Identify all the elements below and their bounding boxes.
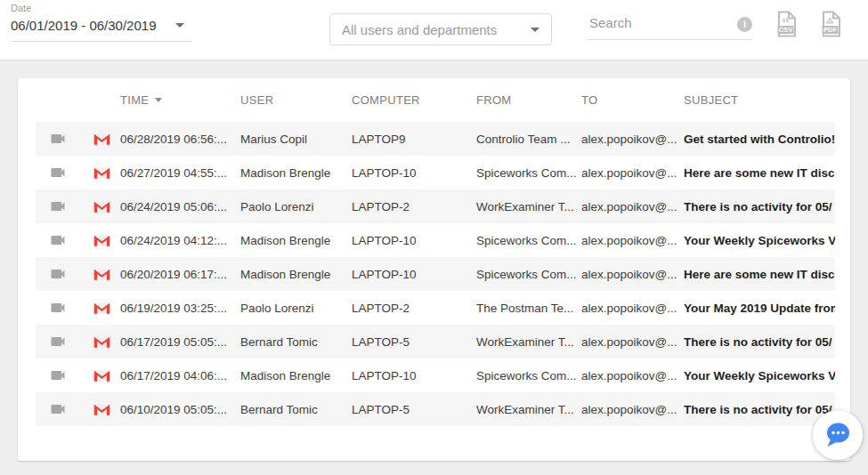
table-row[interactable]: 06/24/2019 04:12:... Madison Brengle LAP… — [36, 223, 835, 257]
gmail-icon — [93, 234, 110, 247]
cell-time: 06/19/2019 03:25:... — [120, 302, 240, 315]
cell-user: Madison Brengle — [240, 268, 352, 281]
cell-subject: Here are some new IT discu — [684, 268, 835, 281]
cell-from: The Postman Te... — [476, 302, 581, 315]
cell-subject: Your May 2019 Update from — [684, 302, 835, 315]
table-row[interactable]: 06/20/2019 06:17:... Madison Brengle LAP… — [36, 257, 835, 291]
cell-computer: LAPTOP9 — [352, 133, 476, 146]
date-range-value: 06/01/2019 - 06/30/2019 — [11, 18, 156, 33]
cell-computer: LAPTOP-2 — [352, 200, 476, 213]
chat-fab-button[interactable] — [813, 410, 863, 460]
gmail-icon — [93, 200, 110, 213]
column-header-user[interactable]: USER — [240, 93, 352, 107]
cell-to: alex.popoikov@... — [581, 133, 684, 146]
cell-time: 06/24/2019 05:06:... — [120, 200, 240, 213]
cell-subject: Your Weekly Spiceworks V — [684, 234, 835, 247]
cell-time: 06/27/2019 04:55:... — [120, 166, 240, 180]
cell-computer: LAPTOP-2 — [352, 302, 476, 315]
cell-to: alex.popoikov@... — [581, 166, 684, 180]
gmail-icon — [93, 369, 110, 382]
date-filter-label: Date — [11, 3, 191, 13]
table-row[interactable]: 06/17/2019 04:06:... Madison Brengle LAP… — [36, 358, 835, 392]
export-csv-button[interactable]: CSV — [776, 11, 798, 37]
export-pdf-button[interactable]: PDF — [821, 11, 842, 37]
table-row[interactable]: 06/24/2019 05:06:... Paolo Lorenzi LAPTO… — [36, 189, 835, 223]
csv-file-icon: CSV — [776, 11, 798, 37]
table-row[interactable]: 06/28/2019 06:56:... Marius Copil LAPTOP… — [36, 122, 835, 156]
gmail-icon — [93, 302, 110, 315]
cell-from: Spiceworks Com... — [476, 369, 581, 382]
search-box: i — [588, 10, 752, 40]
table-row[interactable]: 06/10/2019 05:05:... Bernard Tomic LAPTO… — [36, 392, 835, 426]
email-table: TIME USER COMPUTER FROM TO SUBJECT 06/28… — [36, 78, 835, 426]
cell-user: Madison Brengle — [240, 166, 352, 180]
video-camera-icon — [49, 299, 67, 317]
table-row[interactable]: 06/17/2019 05:05:... Bernard Tomic LAPTO… — [36, 325, 835, 358]
video-camera-icon — [49, 400, 67, 418]
gmail-icon — [93, 268, 110, 281]
cell-subject: Your Weekly Spiceworks V — [684, 369, 835, 382]
column-header-to[interactable]: TO — [581, 93, 684, 107]
gmail-icon — [93, 166, 110, 180]
chat-bubble-icon — [823, 421, 852, 449]
cell-computer: LAPTOP-10 — [352, 268, 476, 281]
cell-user: Paolo Lorenzi — [240, 302, 352, 315]
cell-to: alex.popoikov@... — [581, 335, 684, 349]
users-dropdown-value: All users and departments — [342, 22, 497, 37]
gmail-icon — [93, 133, 110, 146]
cell-from: WorkExaminer T... — [476, 403, 581, 416]
cell-time: 06/17/2019 05:05:... — [120, 335, 240, 349]
cell-time: 06/20/2019 06:17:... — [120, 268, 240, 281]
cell-computer: LAPTOP-10 — [352, 166, 476, 180]
cell-computer: LAPTOP-10 — [352, 234, 476, 247]
column-header-from[interactable]: FROM — [476, 93, 581, 107]
cell-to: alex.popoikov@... — [581, 200, 684, 213]
cell-user: Madison Brengle — [240, 369, 352, 382]
cell-time: 06/10/2019 05:05:... — [120, 403, 240, 416]
cell-from: WorkExaminer T... — [476, 335, 581, 349]
cell-from: WorkExaminer T... — [476, 200, 581, 213]
cell-user: Paolo Lorenzi — [240, 200, 352, 213]
cell-subject: There is no activity for 05/ — [684, 403, 835, 416]
users-departments-dropdown[interactable]: All users and departments — [329, 13, 552, 45]
filter-toolbar: Date 06/01/2019 - 06/30/2019 All users a… — [0, 0, 868, 60]
video-camera-icon — [49, 366, 67, 384]
video-camera-icon — [49, 333, 67, 350]
video-camera-icon — [49, 197, 67, 215]
search-input[interactable] — [588, 10, 752, 40]
cell-user: Marius Copil — [240, 133, 352, 146]
cell-subject: Here are some new IT discu — [684, 166, 835, 180]
column-header-subject[interactable]: SUBJECT — [684, 93, 835, 107]
cell-from: Spiceworks Com... — [476, 268, 581, 281]
table-row[interactable]: 06/27/2019 04:55:... Madison Brengle LAP… — [36, 156, 835, 189]
cell-user: Madison Brengle — [240, 234, 352, 247]
cell-from: Spiceworks Com... — [476, 234, 581, 247]
info-icon[interactable]: i — [737, 17, 752, 32]
cell-to: alex.popoikov@... — [581, 302, 684, 315]
video-camera-icon — [49, 265, 67, 283]
column-header-time[interactable]: TIME — [120, 93, 240, 107]
svg-text:PDF: PDF — [823, 26, 837, 34]
table-body: 06/28/2019 06:56:... Marius Copil LAPTOP… — [36, 122, 835, 426]
cell-subject: Get started with Controlio! — [684, 133, 835, 146]
chevron-down-icon — [531, 28, 539, 32]
cell-to: alex.popoikov@... — [581, 369, 684, 382]
gmail-icon — [93, 403, 110, 416]
cell-to: alex.popoikov@... — [581, 268, 684, 281]
cell-to: alex.popoikov@... — [581, 403, 684, 416]
sort-desc-icon — [155, 98, 162, 102]
cell-time: 06/24/2019 04:12:... — [120, 234, 240, 247]
cell-from: Controlio Team ... — [476, 133, 581, 146]
cell-time: 06/17/2019 04:06:... — [120, 369, 240, 382]
svg-text:CSV: CSV — [779, 26, 792, 34]
table-row[interactable]: 06/19/2019 03:25:... Paolo Lorenzi LAPTO… — [36, 291, 835, 325]
cell-time: 06/28/2019 06:56:... — [120, 133, 240, 146]
cell-computer: LAPTOP-5 — [352, 403, 476, 416]
gmail-icon — [93, 335, 110, 349]
column-header-computer[interactable]: COMPUTER — [352, 93, 476, 107]
cell-subject: There is no activity for 05/ — [684, 200, 835, 213]
table-header-row: TIME USER COMPUTER FROM TO SUBJECT — [36, 78, 835, 122]
cell-computer: LAPTOP-10 — [352, 369, 476, 382]
date-range-filter[interactable]: Date 06/01/2019 - 06/30/2019 — [11, 3, 191, 42]
email-log-card: TIME USER COMPUTER FROM TO SUBJECT 06/28… — [18, 78, 850, 461]
